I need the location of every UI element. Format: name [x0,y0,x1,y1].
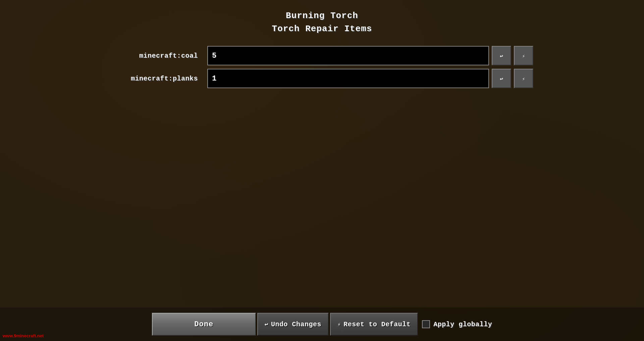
watermark: www.9minecraft.net [3,333,44,338]
reset-icon [522,75,525,82]
planks-undo-button[interactable] [492,69,511,88]
coal-reset-button[interactable] [514,46,533,65]
reset-icon [522,52,525,60]
page-title: Burning Torch Torch Repair Items [272,9,372,36]
planks-input[interactable] [207,69,489,88]
coal-undo-button[interactable] [492,46,511,65]
undo-icon [500,52,503,60]
config-row-planks: minecraft:planks [111,68,533,89]
config-row-coal: minecraft:coal [111,46,533,66]
coal-label: minecraft:coal [111,52,205,60]
coal-input[interactable] [207,46,489,65]
config-area: minecraft:coal minecraft:planks [111,46,533,89]
undo-icon [500,75,503,82]
planks-reset-button[interactable] [514,69,533,88]
planks-label: minecraft:planks [111,75,205,82]
